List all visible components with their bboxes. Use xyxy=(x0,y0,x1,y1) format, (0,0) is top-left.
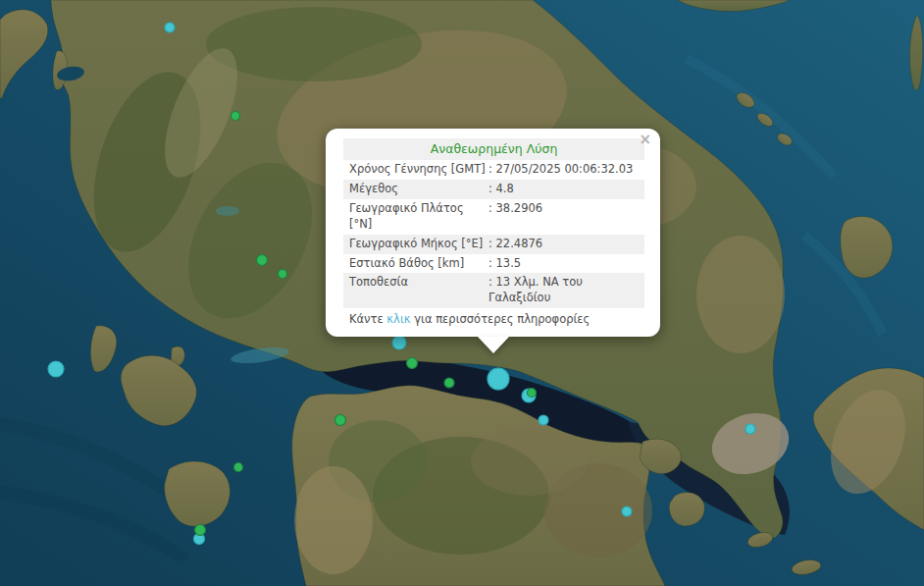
row-label: Τοποθεσία xyxy=(349,275,488,306)
row-label: Χρόνος Γέννησης [GMT] xyxy=(349,162,488,178)
earthquake-marker[interactable] xyxy=(392,336,406,349)
earthquake-marker[interactable] xyxy=(231,112,240,121)
popup-row: Χρόνος Γέννησης [GMT]: 27/05/2025 00:06:… xyxy=(343,160,644,180)
earthquake-marker[interactable] xyxy=(745,424,755,434)
row-value: : 27/05/2025 00:06:32.03 xyxy=(488,162,639,178)
row-label: Γεωγραφικό Μήκος [°E] xyxy=(349,237,488,252)
earthquake-marker[interactable] xyxy=(257,255,268,266)
row-label: Μέγεθος xyxy=(349,182,488,197)
earthquake-marker[interactable] xyxy=(195,525,206,536)
row-value: : 4.8 xyxy=(488,182,639,197)
earthquake-marker[interactable] xyxy=(407,358,418,369)
popup-table: Χρόνος Γέννησης [GMT]: 27/05/2025 00:06:… xyxy=(343,160,644,308)
popup-title: Αναθεωρημένη Λύση xyxy=(343,138,644,160)
earthquake-popup: × Αναθεωρημένη Λύση Χρόνος Γέννησης [GMT… xyxy=(326,129,660,337)
earthquake-marker[interactable] xyxy=(444,378,454,388)
popup-row: Εστιακό Βάθος [km]: 13.5 xyxy=(343,254,644,274)
popup-row: Γεωγραφικό Πλάτος [°N]: 38.2906 xyxy=(343,199,644,235)
earthquake-marker[interactable] xyxy=(335,415,346,426)
row-value: : 13.5 xyxy=(488,256,639,272)
earthquake-marker[interactable] xyxy=(279,270,287,279)
row-value: : 22.4876 xyxy=(488,237,639,252)
more-info-link[interactable]: κλικ xyxy=(386,312,410,326)
earthquake-marker[interactable] xyxy=(539,415,548,425)
row-label: Εστιακό Βάθος [km] xyxy=(349,256,488,272)
footer-text-pre: Κάντε xyxy=(349,312,386,326)
map-viewport: × Αναθεωρημένη Λύση Χρόνος Γέννησης [GMT… xyxy=(0,0,924,586)
selected-earthquake-marker[interactable] xyxy=(488,368,509,390)
row-value: : 13 Χλμ. ΝΑ του Γαλαξιδίου xyxy=(488,275,639,306)
earthquake-marker[interactable] xyxy=(48,361,64,377)
popup-row: Γεωγραφικό Μήκος [°E]: 22.4876 xyxy=(343,235,644,254)
popup-row: Τοποθεσία: 13 Χλμ. ΝΑ του Γαλαξιδίου xyxy=(343,273,644,308)
popup-pointer xyxy=(478,337,509,353)
row-value: : 38.2906 xyxy=(488,201,639,233)
earthquake-marker[interactable] xyxy=(234,463,243,472)
row-label: Γεωγραφικό Πλάτος [°N] xyxy=(349,201,488,233)
close-icon[interactable]: × xyxy=(639,133,651,147)
earthquake-marker[interactable] xyxy=(622,506,632,516)
footer-text-post: για περισσότερες πληροφορίες xyxy=(411,312,590,326)
popup-footer: Κάντε κλικ για περισσότερες πληροφορίες xyxy=(343,308,644,328)
popup-row: Μέγεθος: 4.8 xyxy=(343,180,644,199)
earthquake-marker[interactable] xyxy=(165,23,175,32)
earthquake-marker[interactable] xyxy=(528,389,537,398)
